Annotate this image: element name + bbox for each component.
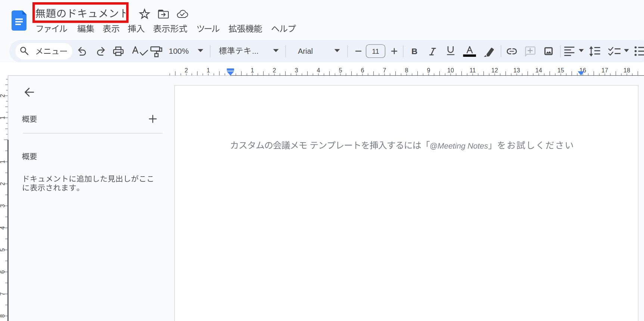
svg-text:11: 11 [372,47,379,55]
svg-text:12: 12 [491,67,498,74]
svg-text:3: 3 [295,67,298,74]
svg-text:18: 18 [623,67,630,74]
svg-text:2: 2 [0,182,6,186]
svg-text:8: 8 [405,67,408,74]
svg-text:1: 1 [207,67,210,74]
svg-text:4: 4 [0,226,6,230]
svg-text:2: 2 [185,67,188,74]
svg-text:10: 10 [447,67,454,74]
svg-text:100%: 100% [169,47,189,55]
svg-text:7: 7 [0,292,6,296]
svg-text:11: 11 [470,67,476,74]
svg-text:15: 15 [557,67,564,74]
svg-text:13: 13 [513,67,520,74]
svg-text:3: 3 [0,204,6,208]
svg-text:6: 6 [361,67,364,74]
svg-text:2: 2 [0,94,6,97]
svg-text:...: ... [252,47,259,55]
svg-text:1: 1 [251,67,254,74]
svg-text:7: 7 [383,67,386,74]
svg-text:Arial: Arial [298,47,313,55]
svg-text:8: 8 [0,314,6,318]
svg-text:1: 1 [0,160,6,163]
svg-text:14: 14 [535,67,542,74]
svg-text:2: 2 [273,67,276,74]
svg-text:B: B [411,47,417,56]
svg-text:5: 5 [339,67,342,74]
svg-text:9: 9 [427,67,430,74]
svg-text:6: 6 [0,270,6,274]
svg-text:4: 4 [317,67,320,74]
svg-text:5: 5 [0,248,6,252]
svg-text:17: 17 [601,67,608,74]
svg-text:1: 1 [0,116,6,119]
